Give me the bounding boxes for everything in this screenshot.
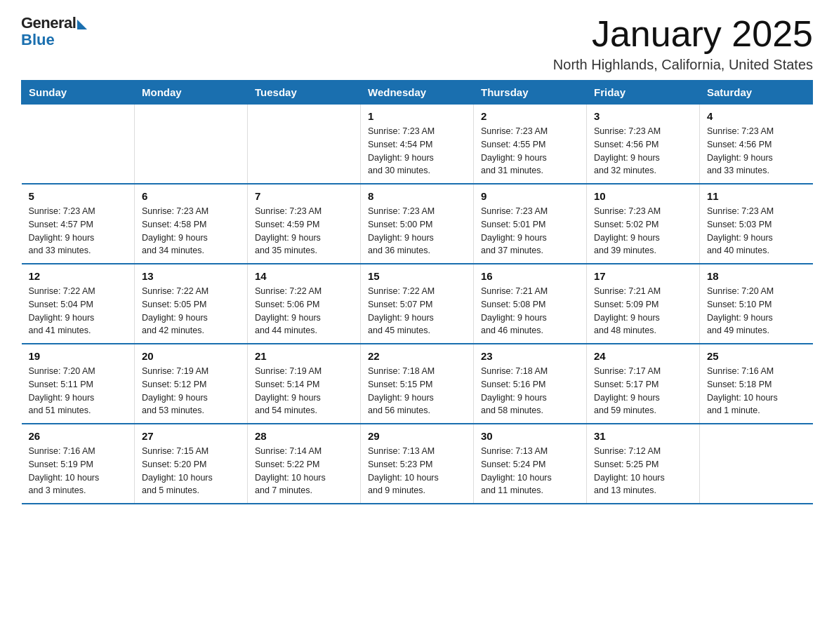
day-cell: 10Sunrise: 7:23 AM Sunset: 5:02 PM Dayli…	[587, 184, 700, 264]
day-number: 7	[255, 190, 353, 202]
day-cell: 17Sunrise: 7:21 AM Sunset: 5:09 PM Dayli…	[587, 264, 700, 344]
day-number: 20	[142, 350, 240, 362]
day-cell: 26Sunrise: 7:16 AM Sunset: 5:19 PM Dayli…	[22, 424, 135, 504]
weekday-header-monday: Monday	[135, 81, 248, 105]
day-info: Sunrise: 7:22 AM Sunset: 5:06 PM Dayligh…	[255, 285, 353, 337]
day-cell: 7Sunrise: 7:23 AM Sunset: 4:59 PM Daylig…	[248, 184, 361, 264]
day-cell: 3Sunrise: 7:23 AM Sunset: 4:56 PM Daylig…	[587, 105, 700, 185]
month-title: January 2025	[553, 14, 813, 54]
day-info: Sunrise: 7:18 AM Sunset: 5:16 PM Dayligh…	[481, 365, 579, 417]
day-number: 13	[142, 270, 240, 282]
day-cell	[22, 105, 135, 185]
day-cell: 13Sunrise: 7:22 AM Sunset: 5:05 PM Dayli…	[135, 264, 248, 344]
day-cell: 28Sunrise: 7:14 AM Sunset: 5:22 PM Dayli…	[248, 424, 361, 504]
day-info: Sunrise: 7:16 AM Sunset: 5:19 PM Dayligh…	[29, 445, 128, 497]
day-number: 28	[255, 430, 353, 442]
day-info: Sunrise: 7:20 AM Sunset: 5:11 PM Dayligh…	[29, 365, 128, 417]
day-cell: 8Sunrise: 7:23 AM Sunset: 5:00 PM Daylig…	[361, 184, 474, 264]
day-cell: 11Sunrise: 7:23 AM Sunset: 5:03 PM Dayli…	[700, 184, 813, 264]
weekday-header-sunday: Sunday	[22, 81, 135, 105]
day-cell: 27Sunrise: 7:15 AM Sunset: 5:20 PM Dayli…	[135, 424, 248, 504]
day-number: 24	[594, 350, 692, 362]
day-cell: 19Sunrise: 7:20 AM Sunset: 5:11 PM Dayli…	[22, 344, 135, 424]
day-cell: 12Sunrise: 7:22 AM Sunset: 5:04 PM Dayli…	[22, 264, 135, 344]
day-number: 16	[481, 270, 579, 282]
day-info: Sunrise: 7:23 AM Sunset: 4:59 PM Dayligh…	[255, 205, 353, 257]
day-number: 22	[368, 350, 466, 362]
day-info: Sunrise: 7:19 AM Sunset: 5:12 PM Dayligh…	[142, 365, 240, 417]
day-number: 31	[594, 430, 692, 442]
day-cell: 14Sunrise: 7:22 AM Sunset: 5:06 PM Dayli…	[248, 264, 361, 344]
day-info: Sunrise: 7:16 AM Sunset: 5:18 PM Dayligh…	[707, 365, 806, 417]
week-row-2: 5Sunrise: 7:23 AM Sunset: 4:57 PM Daylig…	[22, 184, 813, 264]
day-number: 6	[142, 190, 240, 202]
day-number: 27	[142, 430, 240, 442]
day-info: Sunrise: 7:17 AM Sunset: 5:17 PM Dayligh…	[594, 365, 692, 417]
day-info: Sunrise: 7:23 AM Sunset: 4:58 PM Dayligh…	[142, 205, 240, 257]
calendar-table: SundayMondayTuesdayWednesdayThursdayFrid…	[21, 80, 813, 504]
day-cell: 1Sunrise: 7:23 AM Sunset: 4:54 PM Daylig…	[361, 105, 474, 185]
day-info: Sunrise: 7:23 AM Sunset: 5:00 PM Dayligh…	[368, 205, 466, 257]
day-number: 9	[481, 190, 579, 202]
day-info: Sunrise: 7:19 AM Sunset: 5:14 PM Dayligh…	[255, 365, 353, 417]
weekday-header-thursday: Thursday	[474, 81, 587, 105]
day-cell	[135, 105, 248, 185]
day-info: Sunrise: 7:13 AM Sunset: 5:24 PM Dayligh…	[481, 445, 579, 497]
day-number: 15	[368, 270, 466, 282]
day-number: 25	[707, 350, 806, 362]
day-info: Sunrise: 7:23 AM Sunset: 5:01 PM Dayligh…	[481, 205, 579, 257]
title-block: January 2025 North Highlands, California…	[553, 14, 813, 73]
day-cell: 31Sunrise: 7:12 AM Sunset: 5:25 PM Dayli…	[587, 424, 700, 504]
day-cell: 2Sunrise: 7:23 AM Sunset: 4:55 PM Daylig…	[474, 105, 587, 185]
day-cell: 29Sunrise: 7:13 AM Sunset: 5:23 PM Dayli…	[361, 424, 474, 504]
day-number: 5	[29, 190, 128, 202]
week-row-3: 12Sunrise: 7:22 AM Sunset: 5:04 PM Dayli…	[22, 264, 813, 344]
day-cell: 15Sunrise: 7:22 AM Sunset: 5:07 PM Dayli…	[361, 264, 474, 344]
day-cell: 18Sunrise: 7:20 AM Sunset: 5:10 PM Dayli…	[700, 264, 813, 344]
day-number: 19	[29, 350, 128, 362]
day-number: 23	[481, 350, 579, 362]
day-info: Sunrise: 7:22 AM Sunset: 5:05 PM Dayligh…	[142, 285, 240, 337]
day-cell: 20Sunrise: 7:19 AM Sunset: 5:12 PM Dayli…	[135, 344, 248, 424]
day-number: 4	[707, 110, 806, 122]
day-number: 10	[594, 190, 692, 202]
day-info: Sunrise: 7:18 AM Sunset: 5:15 PM Dayligh…	[368, 365, 466, 417]
logo-triangle-icon	[77, 20, 87, 29]
day-number: 12	[29, 270, 128, 282]
weekday-header-row: SundayMondayTuesdayWednesdayThursdayFrid…	[22, 81, 813, 105]
day-number: 11	[707, 190, 806, 202]
day-number: 14	[255, 270, 353, 282]
day-info: Sunrise: 7:13 AM Sunset: 5:23 PM Dayligh…	[368, 445, 466, 497]
week-row-5: 26Sunrise: 7:16 AM Sunset: 5:19 PM Dayli…	[22, 424, 813, 504]
day-info: Sunrise: 7:23 AM Sunset: 5:03 PM Dayligh…	[707, 205, 806, 257]
day-number: 1	[368, 110, 466, 122]
day-number: 2	[481, 110, 579, 122]
day-cell: 16Sunrise: 7:21 AM Sunset: 5:08 PM Dayli…	[474, 264, 587, 344]
day-number: 3	[594, 110, 692, 122]
day-info: Sunrise: 7:23 AM Sunset: 4:56 PM Dayligh…	[594, 125, 692, 177]
day-info: Sunrise: 7:22 AM Sunset: 5:04 PM Dayligh…	[29, 285, 128, 337]
weekday-header-friday: Friday	[587, 81, 700, 105]
week-row-1: 1Sunrise: 7:23 AM Sunset: 4:54 PM Daylig…	[22, 105, 813, 185]
weekday-header-saturday: Saturday	[700, 81, 813, 105]
day-info: Sunrise: 7:14 AM Sunset: 5:22 PM Dayligh…	[255, 445, 353, 497]
day-number: 8	[368, 190, 466, 202]
day-info: Sunrise: 7:23 AM Sunset: 4:57 PM Dayligh…	[29, 205, 128, 257]
day-info: Sunrise: 7:23 AM Sunset: 4:54 PM Dayligh…	[368, 125, 466, 177]
day-info: Sunrise: 7:12 AM Sunset: 5:25 PM Dayligh…	[594, 445, 692, 497]
day-info: Sunrise: 7:23 AM Sunset: 4:56 PM Dayligh…	[707, 125, 806, 177]
day-cell: 25Sunrise: 7:16 AM Sunset: 5:18 PM Dayli…	[700, 344, 813, 424]
day-cell: 30Sunrise: 7:13 AM Sunset: 5:24 PM Dayli…	[474, 424, 587, 504]
day-cell	[700, 424, 813, 504]
weekday-header-wednesday: Wednesday	[361, 81, 474, 105]
day-cell: 24Sunrise: 7:17 AM Sunset: 5:17 PM Dayli…	[587, 344, 700, 424]
day-info: Sunrise: 7:20 AM Sunset: 5:10 PM Dayligh…	[707, 285, 806, 337]
day-number: 30	[481, 430, 579, 442]
day-info: Sunrise: 7:23 AM Sunset: 5:02 PM Dayligh…	[594, 205, 692, 257]
day-number: 18	[707, 270, 806, 282]
day-cell: 9Sunrise: 7:23 AM Sunset: 5:01 PM Daylig…	[474, 184, 587, 264]
location-title: North Highlands, California, United Stat…	[553, 57, 813, 73]
day-cell: 22Sunrise: 7:18 AM Sunset: 5:15 PM Dayli…	[361, 344, 474, 424]
day-cell: 5Sunrise: 7:23 AM Sunset: 4:57 PM Daylig…	[22, 184, 135, 264]
day-number: 17	[594, 270, 692, 282]
